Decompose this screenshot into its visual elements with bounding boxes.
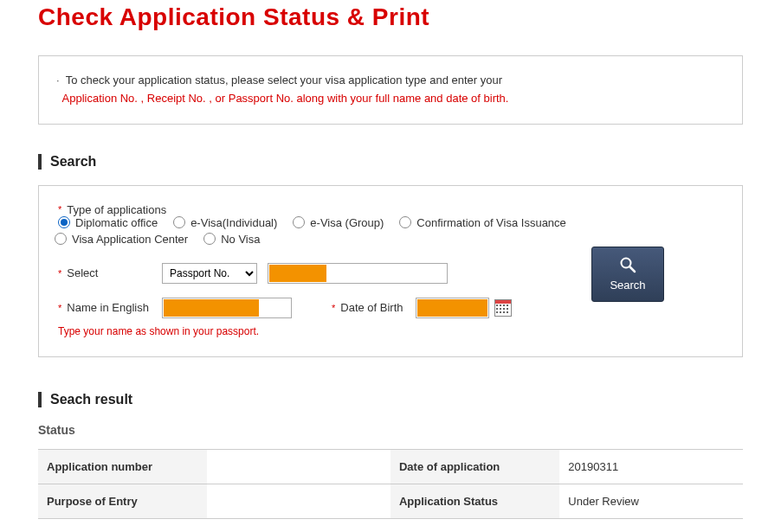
- page-title: Check Application Status & Print: [38, 0, 743, 31]
- radio-novisa-label: No Visa: [221, 233, 260, 246]
- table-row: Application number Date of application 2…: [38, 449, 743, 484]
- radio-unchecked-icon: [203, 233, 216, 245]
- type-of-applications-label: Type of applications: [67, 203, 166, 216]
- app-status-value: Under Review: [559, 484, 743, 518]
- date-value: 20190311: [559, 449, 743, 484]
- purpose-label: Purpose of Entry: [38, 484, 207, 518]
- radio-no-visa[interactable]: No Visa: [203, 233, 260, 246]
- search-button[interactable]: Search: [591, 247, 664, 302]
- bullet-icon: ·: [56, 74, 62, 87]
- app-status-label: Application Status: [390, 484, 559, 518]
- radio-checked-icon: [58, 216, 70, 228]
- radio-unchecked-icon: [399, 216, 411, 228]
- purpose-value: [207, 484, 390, 518]
- redacted-overlay: [269, 265, 326, 282]
- required-mark: *: [332, 303, 335, 313]
- search-form: * Type of applications Diplomatic office…: [38, 185, 743, 357]
- radio-unchecked-icon: [173, 216, 185, 228]
- required-mark: *: [58, 303, 61, 313]
- name-hint: Type your name as shown in your passport…: [58, 325, 723, 337]
- radio-evisa-group-label: e-Visa (Group): [310, 216, 384, 229]
- name-label: Name in English: [67, 301, 149, 314]
- dob-label: Date of Birth: [340, 301, 403, 314]
- radio-vac-label: Visa Application Center: [72, 233, 188, 246]
- status-subheading: Status: [38, 423, 743, 437]
- radio-confirmation-label: Confirmation of Visa Issuance: [416, 216, 565, 229]
- radio-evisa-individual-label: e-Visa(Individual): [190, 216, 277, 229]
- radio-confirmation[interactable]: Confirmation of Visa Issuance: [399, 216, 565, 229]
- search-button-label: Search: [610, 279, 645, 292]
- radio-evisa-group[interactable]: e-Visa (Group): [293, 216, 384, 229]
- radio-diplomatic-label: Diplomatic office: [75, 216, 158, 229]
- notice-box: · To check your application status, plea…: [38, 55, 743, 125]
- radio-vac[interactable]: Visa Application Center: [55, 233, 188, 246]
- radio-diplomatic-office[interactable]: Diplomatic office: [58, 216, 158, 229]
- radio-unchecked-icon: [293, 216, 305, 228]
- select-label: Select: [67, 266, 98, 279]
- magnifier-icon: [619, 256, 636, 273]
- notice-line1: To check your application status, please…: [66, 74, 502, 87]
- id-type-select[interactable]: Passport No.: [162, 263, 257, 284]
- redacted-overlay: [417, 299, 487, 317]
- radio-unchecked-icon: [55, 233, 67, 245]
- table-row: Purpose of Entry Application Status Unde…: [38, 484, 743, 518]
- notice-line2: Application No. , Receipt No. , or Passp…: [62, 92, 509, 105]
- app-number-label: Application number: [38, 449, 207, 484]
- calendar-icon[interactable]: [494, 299, 512, 317]
- required-mark: *: [58, 204, 61, 215]
- redacted-overlay: [164, 299, 259, 317]
- app-number-value: [207, 449, 390, 484]
- svg-line-1: [630, 267, 636, 272]
- required-mark: *: [58, 268, 61, 279]
- date-label: Date of application: [390, 449, 559, 484]
- radio-evisa-individual[interactable]: e-Visa(Individual): [173, 216, 277, 229]
- result-table: Application number Date of application 2…: [38, 449, 743, 519]
- result-heading: Seach result: [38, 392, 743, 407]
- search-heading: Search: [38, 154, 743, 170]
